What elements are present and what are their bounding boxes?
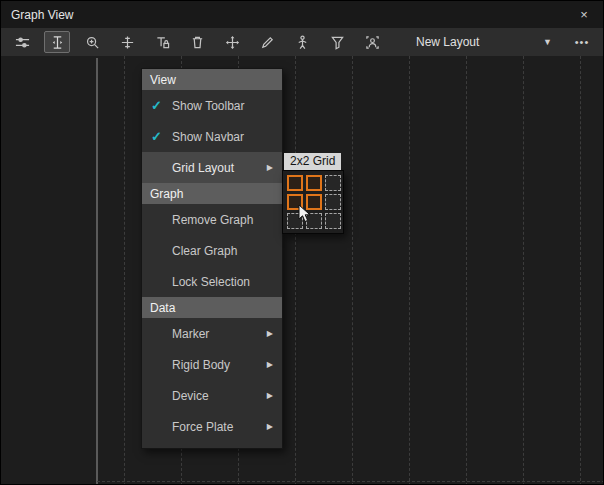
menu-item-grid-layout[interactable]: Grid Layout ▶: [142, 152, 282, 183]
submenu-arrow-icon: ▶: [267, 391, 273, 400]
submenu-arrow-icon: ▶: [267, 360, 273, 369]
menu-item-label: Force Plate: [172, 420, 233, 434]
skeleton-icon[interactable]: [289, 31, 315, 53]
grid-cell[interactable]: [325, 175, 341, 191]
window-title: Graph View: [11, 8, 73, 22]
grid-size-picker: [282, 170, 344, 234]
menu-item-label: Show Toolbar: [172, 99, 245, 113]
zoom-select-icon[interactable]: [79, 31, 105, 53]
sliders-icon[interactable]: [9, 31, 35, 53]
menu-item-label: Rigid Body: [172, 358, 230, 372]
grid-line: [466, 56, 467, 485]
filter-icon[interactable]: [324, 31, 350, 53]
menu-item-label: Device: [172, 389, 209, 403]
menu-item-marker[interactable]: Marker ▶: [142, 318, 282, 349]
menu-item-show-navbar[interactable]: ✓ Show Navbar: [142, 121, 282, 152]
trash-icon[interactable]: [184, 31, 210, 53]
check-icon: ✓: [151, 129, 162, 144]
menu-item-rigid-body[interactable]: Rigid Body ▶: [142, 349, 282, 380]
menu-item-label: Remove Graph: [172, 213, 253, 227]
context-menu: View ✓ Show Toolbar ✓ Show Navbar Grid L…: [141, 68, 283, 449]
grid-line: [580, 56, 581, 485]
grid-line: [409, 56, 410, 485]
grid-line: [124, 56, 125, 485]
layout-selector[interactable]: New Layout ▼: [408, 31, 560, 53]
graph-canvas[interactable]: [1, 56, 604, 485]
menu-item-label: Lock Selection: [172, 275, 250, 289]
menu-section-header-view: View: [142, 69, 282, 90]
title-bar: Graph View ×: [1, 1, 603, 28]
ibeam-tool-icon[interactable]: [44, 31, 70, 53]
marker-box-icon[interactable]: [359, 31, 385, 53]
menu-item-force-plate[interactable]: Force Plate ▶: [142, 411, 282, 442]
menu-item-label: Show Navbar: [172, 130, 244, 144]
submenu-arrow-icon: ▶: [267, 422, 273, 431]
check-icon: ✓: [151, 98, 162, 113]
menu-item-clear-graph[interactable]: Clear Graph: [142, 235, 282, 266]
menu-item-device[interactable]: Device ▶: [142, 380, 282, 411]
grid-layout-submenu: 2x2 Grid: [282, 153, 344, 234]
menu-section-header-data: Data: [142, 297, 282, 318]
grid-line: [295, 56, 296, 485]
toolbar: New Layout ▼ •••: [1, 28, 603, 56]
grid-cell[interactable]: [325, 194, 341, 210]
graph-view-window: Graph View ×: [0, 0, 604, 485]
move-icon[interactable]: [219, 31, 245, 53]
pencil-icon[interactable]: [254, 31, 280, 53]
layout-selector-value: New Layout: [416, 35, 479, 49]
crosshair-icon[interactable]: [114, 31, 140, 53]
submenu-arrow-icon: ▶: [267, 163, 273, 172]
menu-item-label: Grid Layout: [172, 161, 234, 175]
grid-cell[interactable]: [325, 213, 341, 229]
y-axis-line: [96, 58, 98, 485]
submenu-arrow-icon: ▶: [267, 329, 273, 338]
menu-item-lock-selection[interactable]: Lock Selection: [142, 266, 282, 297]
more-options-icon[interactable]: •••: [569, 36, 595, 48]
menu-item-label: Clear Graph: [172, 244, 237, 258]
close-icon[interactable]: ×: [575, 7, 593, 22]
menu-item-remove-graph[interactable]: Remove Graph: [142, 204, 282, 235]
menu-section-header-graph: Graph: [142, 183, 282, 204]
menu-item-show-toolbar[interactable]: ✓ Show Toolbar: [142, 90, 282, 121]
grid-cell[interactable]: [306, 175, 322, 191]
x-axis-grid-line: [97, 481, 604, 482]
menu-item-label: Marker: [172, 327, 209, 341]
grid-cell[interactable]: [287, 175, 303, 191]
mouse-cursor: [298, 204, 311, 226]
text-lock-icon[interactable]: [149, 31, 175, 53]
grid-line: [523, 56, 524, 485]
grid-size-tooltip: 2x2 Grid: [284, 153, 341, 170]
grid-line: [352, 56, 353, 485]
chevron-down-icon: ▼: [543, 37, 552, 47]
